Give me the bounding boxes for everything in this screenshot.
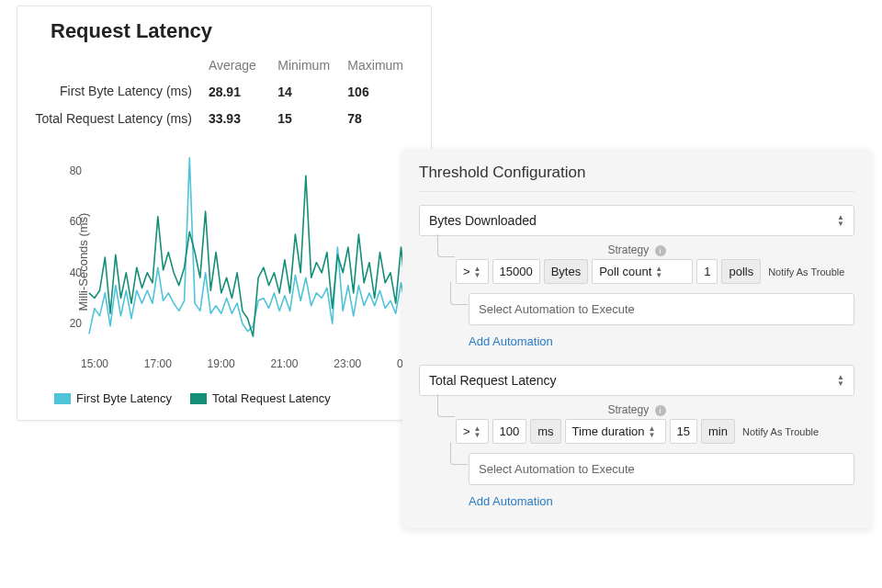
- max-value: 106: [347, 78, 418, 106]
- threshold-controls-row: > ▲▼ 100 ms Time duration ▲▼ 15 min Noti…: [456, 419, 854, 444]
- svg-text:80: 80: [70, 164, 83, 177]
- strategy-unit-label: polls: [721, 259, 761, 284]
- metric-name: First Byte Latency (ms): [30, 78, 209, 106]
- automation-select[interactable]: Select Automation to Execute: [469, 453, 854, 485]
- avg-value: 33.93: [209, 106, 277, 133]
- legend-swatch-icon: [54, 393, 71, 404]
- min-value: 15: [277, 106, 347, 133]
- stepper-icon: ▲▼: [837, 374, 844, 387]
- attribute-select[interactable]: Bytes Downloaded ▲▼: [419, 205, 854, 236]
- svg-text:17:00: 17:00: [144, 357, 172, 370]
- stepper-icon: ▲▼: [837, 214, 844, 227]
- legend-label: Total Request Latency: [212, 391, 331, 405]
- y-axis-label: Milli-Seconds (ms): [76, 213, 90, 311]
- legend-item-first-byte: First Byte Latency: [54, 391, 172, 405]
- strategy-select[interactable]: Poll count ▲▼: [592, 259, 693, 284]
- threshold-block-total-request-latency: Total Request Latency ▲▼ Strategy i > ▲▼…: [419, 365, 854, 508]
- operator-select[interactable]: > ▲▼: [456, 259, 489, 284]
- notify-as-trouble-label: Notify As Trouble: [742, 426, 819, 437]
- table-row: Total Request Latency (ms) 33.93 15 78: [30, 106, 418, 133]
- legend-label: First Byte Latency: [76, 391, 172, 405]
- stepper-icon: ▲▼: [649, 425, 656, 438]
- stepper-icon: ▲▼: [474, 425, 481, 438]
- automation-branch: Select Automation to Execute: [469, 453, 854, 485]
- automation-select[interactable]: Select Automation to Execute: [469, 293, 854, 325]
- svg-text:23:00: 23:00: [334, 357, 361, 370]
- info-icon[interactable]: i: [655, 245, 666, 256]
- add-automation-link[interactable]: Add Automation: [469, 494, 854, 508]
- table-row: First Byte Latency (ms) 28.91 14 106: [30, 78, 418, 106]
- threshold-block-bytes-downloaded: Bytes Downloaded ▲▼ Strategy i > ▲▼ 1500…: [419, 205, 854, 348]
- col-maximum: Maximum: [347, 52, 418, 78]
- svg-text:19:00: 19:00: [208, 357, 235, 370]
- attribute-select-value: Bytes Downloaded: [429, 213, 537, 228]
- strategy-value-input[interactable]: 15: [670, 419, 697, 444]
- chart-svg: 2040608015:0017:0019:0021:0023:0001:00: [52, 138, 438, 377]
- metric-name: Total Request Latency (ms): [30, 106, 209, 133]
- max-value: 78: [347, 106, 418, 133]
- min-value: 14: [277, 78, 347, 106]
- request-latency-card: Request Latency Average Minimum Maximum …: [17, 6, 432, 421]
- threshold-value-input[interactable]: 15000: [492, 259, 540, 284]
- threshold-configuration-card: Threshold Configuration Bytes Downloaded…: [402, 149, 871, 528]
- col-average: Average: [209, 52, 277, 78]
- threshold-unit-label: ms: [530, 419, 560, 444]
- stepper-icon: ▲▼: [655, 266, 662, 278]
- latency-table: Average Minimum Maximum First Byte Laten…: [30, 52, 418, 132]
- avg-value: 28.91: [209, 78, 277, 106]
- threshold-title: Threshold Configuration: [419, 164, 854, 192]
- latency-chart: Milli-Seconds (ms) 2040608015:0017:0019:…: [36, 138, 418, 386]
- attribute-select[interactable]: Total Request Latency ▲▼: [419, 365, 854, 396]
- strategy-label: Strategy i: [419, 403, 854, 416]
- notify-as-trouble-label: Notify As Trouble: [768, 266, 844, 277]
- threshold-value-input[interactable]: 100: [492, 419, 527, 444]
- chart-legend: First Byte Latency Total Request Latency: [54, 391, 418, 405]
- automation-branch: Select Automation to Execute: [469, 293, 854, 325]
- strategy-unit-label: min: [701, 419, 735, 444]
- legend-swatch-icon: [190, 393, 207, 404]
- strategy-value-input[interactable]: 1: [696, 259, 718, 284]
- request-latency-title: Request Latency: [51, 19, 418, 43]
- svg-text:15:00: 15:00: [81, 357, 108, 370]
- add-automation-link[interactable]: Add Automation: [469, 334, 854, 348]
- threshold-controls-row: > ▲▼ 15000 Bytes Poll count ▲▼ 1 polls N…: [456, 259, 854, 284]
- svg-text:20: 20: [70, 317, 83, 330]
- table-header-row: Average Minimum Maximum: [30, 52, 418, 78]
- col-minimum: Minimum: [277, 52, 347, 78]
- strategy-select[interactable]: Time duration ▲▼: [565, 419, 666, 444]
- attribute-select-value: Total Request Latency: [429, 373, 557, 388]
- svg-text:21:00: 21:00: [270, 357, 298, 370]
- legend-item-total-request: Total Request Latency: [190, 391, 331, 405]
- info-icon[interactable]: i: [655, 405, 666, 416]
- operator-select[interactable]: > ▲▼: [456, 419, 489, 444]
- threshold-unit-label: Bytes: [544, 259, 589, 284]
- stepper-icon: ▲▼: [474, 266, 481, 278]
- strategy-label: Strategy i: [419, 243, 854, 256]
